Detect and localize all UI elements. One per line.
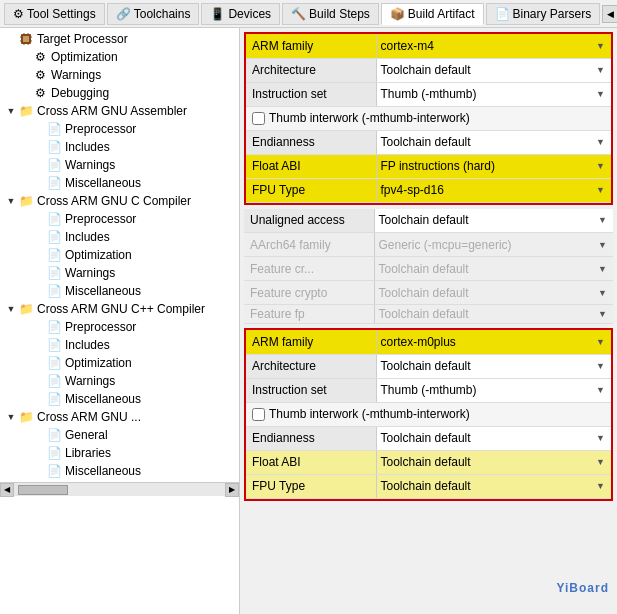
dropdown-fpu-type-1[interactable]: fpv4-sp-d16 ▼ [381, 183, 608, 197]
thumb-interwork-label-1[interactable]: Thumb interwork (-mthumb-interwork) [252, 111, 605, 125]
thumb-interwork-checkbox-2[interactable] [252, 408, 265, 421]
value-aarch64[interactable]: Generic (-mcpu=generic) ▼ [374, 233, 613, 257]
row-fpu-type-1: FPU Type fpv4-sp-d16 ▼ [246, 178, 611, 202]
value-endianness-2[interactable]: Toolchain default ▼ [376, 426, 611, 450]
value-architecture-1[interactable]: Toolchain default ▼ [376, 58, 611, 82]
thumb-interwork-checkbox-1[interactable] [252, 112, 265, 125]
tree-item-asm[interactable]: ▼ 📁 Cross ARM GNU Assembler [0, 102, 239, 120]
tree-item-cc-preprocessor[interactable]: 📄 Preprocessor [0, 210, 239, 228]
tree-item-cc-optimization[interactable]: 📄 Optimization [0, 246, 239, 264]
tree-item-cc-misc[interactable]: 📄 Miscellaneous [0, 282, 239, 300]
tree-item-warnings-1[interactable]: ⚙ Warnings [0, 66, 239, 84]
tree-item-asm-misc[interactable]: 📄 Miscellaneous [0, 174, 239, 192]
expand-icon [32, 212, 46, 226]
value-feature-crypto[interactable]: Toolchain default ▼ [374, 281, 613, 305]
dropdown-text: FP instructions (hard) [381, 159, 595, 173]
main-layout: Target Processor ⚙ Optimization ⚙ Warnin… [0, 28, 617, 614]
dropdown-float-abi-2[interactable]: Toolchain default ▼ [381, 455, 608, 469]
dropdown-float-abi-1[interactable]: FP instructions (hard) ▼ [381, 159, 608, 173]
dropdown-architecture-2[interactable]: Toolchain default ▼ [381, 359, 608, 373]
tree-item-debugging[interactable]: ⚙ Debugging [0, 84, 239, 102]
label-endianness-2: Endianness [246, 426, 376, 450]
tree-item-optimization-1[interactable]: ⚙ Optimization [0, 48, 239, 66]
dropdown-endianness-1[interactable]: Toolchain default ▼ [381, 135, 608, 149]
tab-build-artifact-label: Build Artifact [408, 7, 475, 21]
gear-icon: ⚙ [32, 67, 48, 83]
page-icon: 📄 [46, 139, 62, 155]
tab-binary-parsers[interactable]: 📄 Binary Parsers [486, 3, 601, 25]
value-instruction-set-2[interactable]: Thumb (-mthumb) ▼ [376, 378, 611, 402]
value-feature-fp[interactable]: Toolchain default ▼ [374, 305, 613, 324]
value-float-abi-2[interactable]: Toolchain default ▼ [376, 450, 611, 474]
tab-build-artifact[interactable]: 📦 Build Artifact [381, 3, 484, 25]
dropdown-arrow-icon: ▼ [596, 309, 609, 319]
tree-label: Miscellaneous [65, 464, 141, 478]
tab-tool-settings[interactable]: ⚙ Tool Settings [4, 3, 105, 25]
value-feature-cr[interactable]: Toolchain default ▼ [374, 257, 613, 281]
tree-label: Libraries [65, 446, 111, 460]
dropdown-unaligned[interactable]: Toolchain default ▼ [379, 213, 610, 227]
row-endianness-2: Endianness Toolchain default ▼ [246, 426, 611, 450]
page-icon: 📄 [46, 121, 62, 137]
tree-item-asm-includes[interactable]: 📄 Includes [0, 138, 239, 156]
tree-item-cpp-includes[interactable]: 📄 Includes [0, 336, 239, 354]
tree-label: Warnings [65, 266, 115, 280]
dropdown-instruction-set-1[interactable]: Thumb (-mthumb) ▼ [381, 87, 608, 101]
expand-icon [32, 176, 46, 190]
page-icon: 📄 [46, 265, 62, 281]
value-architecture-2[interactable]: Toolchain default ▼ [376, 354, 611, 378]
value-fpu-type-1[interactable]: fpv4-sp-d16 ▼ [376, 178, 611, 202]
page-icon: 📄 [46, 427, 62, 443]
tree-item-cpp-warnings[interactable]: 📄 Warnings [0, 372, 239, 390]
value-arm-family-1[interactable]: cortex-m4 ▼ [376, 34, 611, 58]
expand-icon [18, 50, 32, 64]
value-endianness-1[interactable]: Toolchain default ▼ [376, 130, 611, 154]
label-float-abi-2: Float ABI [246, 450, 376, 474]
tree-item-cc-warnings[interactable]: 📄 Warnings [0, 264, 239, 282]
tab-build-steps[interactable]: 🔨 Build Steps [282, 3, 379, 25]
tree-item-cc-includes[interactable]: 📄 Includes [0, 228, 239, 246]
scroll-thumb[interactable] [18, 485, 68, 495]
scroll-right-button[interactable]: ▶ [225, 483, 239, 497]
tree-item-cpp-compiler[interactable]: ▼ 📁 Cross ARM GNU C++ Compiler [0, 300, 239, 318]
value-arm-family-2[interactable]: cortex-m0plus ▼ [376, 330, 611, 354]
tree-label: Preprocessor [65, 212, 136, 226]
gear-icon: ⚙ [32, 85, 48, 101]
dropdown-instruction-set-2[interactable]: Thumb (-mthumb) ▼ [381, 383, 608, 397]
tree-item-asm-warnings[interactable]: 📄 Warnings [0, 156, 239, 174]
tree-item-cpp-misc[interactable]: 📄 Miscellaneous [0, 390, 239, 408]
dropdown-feature-crypto[interactable]: Toolchain default ▼ [379, 286, 610, 300]
tab-toolchains[interactable]: 🔗 Toolchains [107, 3, 200, 25]
dropdown-text: Toolchain default [381, 135, 595, 149]
tree-item-gnu-other[interactable]: ▼ 📁 Cross ARM GNU ... [0, 408, 239, 426]
checkbox-cell-2: Thumb interwork (-mthumb-interwork) [246, 402, 611, 426]
tree-item-gnu-misc[interactable]: 📄 Miscellaneous [0, 462, 239, 480]
tree-item-cpp-optimization[interactable]: 📄 Optimization [0, 354, 239, 372]
dropdown-feature-fp[interactable]: Toolchain default ▼ [379, 307, 610, 321]
scroll-left-button[interactable]: ◀ [0, 483, 14, 497]
dropdown-arm-family-1[interactable]: cortex-m4 ▼ [381, 39, 608, 53]
left-scrollbar[interactable]: ◀ ▶ [0, 482, 239, 496]
value-fpu-type-2[interactable]: Toolchain default ▼ [376, 474, 611, 498]
row-architecture-1: Architecture Toolchain default ▼ [246, 58, 611, 82]
tree-item-gnu-libraries[interactable]: 📄 Libraries [0, 444, 239, 462]
dropdown-aarch64[interactable]: Generic (-mcpu=generic) ▼ [379, 238, 610, 252]
value-instruction-set-1[interactable]: Thumb (-mthumb) ▼ [376, 82, 611, 106]
expand-icon [18, 68, 32, 82]
nav-prev-button[interactable]: ◀ [602, 5, 617, 23]
dropdown-endianness-2[interactable]: Toolchain default ▼ [381, 431, 608, 445]
dropdown-architecture-1[interactable]: Toolchain default ▼ [381, 63, 608, 77]
thumb-interwork-label-2[interactable]: Thumb interwork (-mthumb-interwork) [252, 407, 605, 421]
dropdown-feature-cr[interactable]: Toolchain default ▼ [379, 262, 610, 276]
tab-devices[interactable]: 📱 Devices [201, 3, 280, 25]
tree-item-target-processor[interactable]: Target Processor [0, 30, 239, 48]
tree-item-asm-preprocessor[interactable]: 📄 Preprocessor [0, 120, 239, 138]
value-unaligned[interactable]: Toolchain default ▼ [374, 209, 613, 233]
value-float-abi-1[interactable]: FP instructions (hard) ▼ [376, 154, 611, 178]
dropdown-arm-family-2[interactable]: cortex-m0plus ▼ [381, 335, 608, 349]
tree-item-c-compiler[interactable]: ▼ 📁 Cross ARM GNU C Compiler [0, 192, 239, 210]
tree-item-gnu-general[interactable]: 📄 General [0, 426, 239, 444]
tree-item-cpp-preprocessor[interactable]: 📄 Preprocessor [0, 318, 239, 336]
dropdown-fpu-type-2[interactable]: Toolchain default ▼ [381, 479, 608, 493]
folder-icon: 📁 [18, 193, 34, 209]
